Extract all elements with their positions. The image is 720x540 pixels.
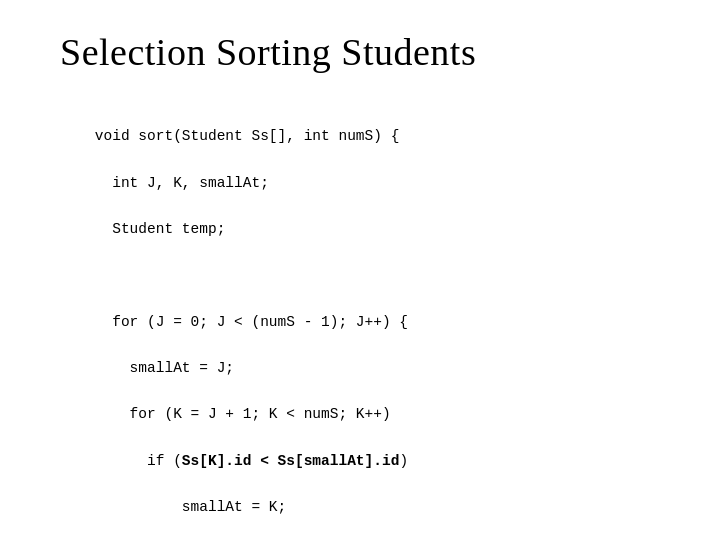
code-line-5: smallAt = J; (95, 360, 234, 376)
page-title: Selection Sorting Students (60, 30, 670, 74)
code-line-4: for (J = 0; J < (numS - 1); J++) { (95, 314, 408, 330)
code-block: void sort(Student Ss[], int numS) { int … (60, 102, 670, 540)
code-line-8: smallAt = K; (95, 499, 286, 515)
code-line-2: int J, K, smallAt; (95, 175, 269, 191)
code-line-1: void sort(Student Ss[], int numS) { (95, 128, 400, 144)
code-line-6: for (K = J + 1; K < numS; K++) (95, 406, 391, 422)
bold-condition: Ss[K].id < Ss[smallAt].id (182, 453, 400, 469)
code-line-7: if (Ss[K].id < Ss[smallAt].id) (95, 453, 408, 469)
page: Selection Sorting Students void sort(Stu… (0, 0, 720, 540)
code-line-3: Student temp; (95, 221, 226, 237)
